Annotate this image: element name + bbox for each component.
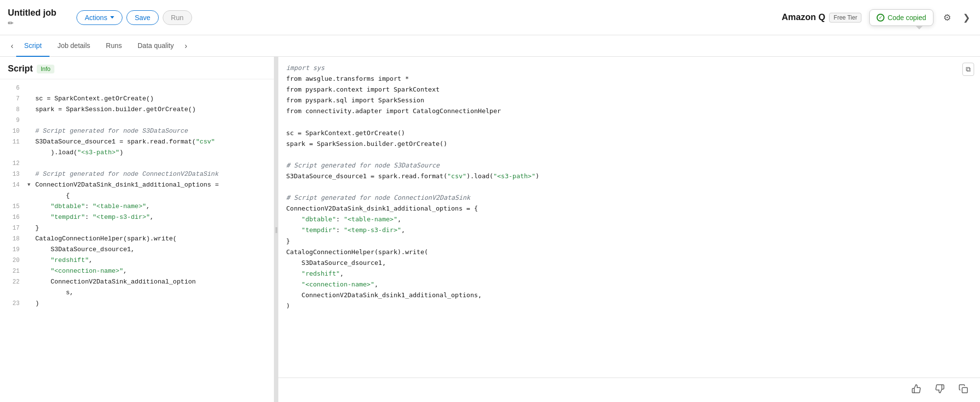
- amazon-q-title: Amazon Q: [782, 12, 825, 23]
- expand-icon[interactable]: ❯: [961, 10, 972, 25]
- code-line: 12: [0, 159, 274, 169]
- script-header: Script Info: [0, 57, 274, 79]
- svg-rect-0: [962, 388, 968, 393]
- code-copied-text: Code copied: [887, 14, 926, 22]
- code-line: 21 "<connection-name>",: [0, 266, 274, 277]
- code-line: s,: [0, 288, 274, 299]
- code-editor[interactable]: 6 7 sc = SparkContext.getOrCreate() 8 sp…: [0, 79, 274, 402]
- amazon-q-area: Amazon Q Free Tier: [782, 12, 861, 23]
- left-panel: Script Info 6 7 sc = SparkContext.getOrC…: [0, 57, 274, 402]
- code-line: ).load("<s3-path>"): [0, 148, 274, 159]
- q-code-area[interactable]: ⧉ import sys from awsglue.transforms imp…: [278, 57, 980, 378]
- right-panel: ⧉ import sys from awsglue.transforms imp…: [278, 57, 980, 402]
- settings-icon[interactable]: ⚙: [941, 10, 953, 25]
- tab-job-details[interactable]: Job details: [49, 35, 98, 57]
- thumbs-up-button[interactable]: [907, 382, 925, 398]
- code-line: 7 sc = SparkContext.getOrCreate(): [0, 94, 274, 105]
- tabs-next-button[interactable]: ›: [182, 42, 190, 50]
- job-title: Untitled job: [8, 8, 67, 18]
- q-footer: [278, 378, 980, 402]
- tab-data-quality[interactable]: Data quality: [130, 35, 182, 57]
- q-code-content: import sys from awsglue.transforms impor…: [286, 63, 972, 311]
- tab-script[interactable]: Script: [16, 35, 49, 57]
- free-tier-badge: Free Tier: [829, 13, 861, 23]
- header-actions: Actions Save Run: [76, 10, 192, 25]
- save-button[interactable]: Save: [126, 10, 159, 25]
- info-badge[interactable]: Info: [37, 65, 54, 73]
- script-panel-title: Script: [8, 64, 33, 74]
- chevron-down-icon: [110, 16, 114, 19]
- code-line: 13 # Script generated for node Connectio…: [0, 169, 274, 180]
- code-line: 10 # Script generated for node S3DataSou…: [0, 126, 274, 137]
- code-line: 20 "redshift",: [0, 256, 274, 266]
- job-title-area: Untitled job ✏: [8, 8, 67, 27]
- code-line: 16 "tempdir": "<temp-s3-dir>",: [0, 213, 274, 223]
- code-line: 6: [0, 83, 274, 94]
- copy-footer-button[interactable]: [955, 382, 972, 398]
- tabs-prev-button[interactable]: ‹: [8, 42, 16, 50]
- code-line: 15 "dbtable": "<table-name>",: [0, 202, 274, 213]
- check-circle-icon: ✓: [877, 14, 884, 22]
- code-line: 23 ): [0, 299, 274, 309]
- code-line: 14 ▼ ConnectionV2DataSink_dsink1_additio…: [0, 180, 274, 191]
- actions-button[interactable]: Actions: [76, 10, 122, 25]
- run-button[interactable]: Run: [163, 10, 192, 25]
- code-line: 17 }: [0, 223, 274, 234]
- tabs-row: ‹ Script Job details Runs Data quality ›: [0, 35, 980, 57]
- copy-icon-area: ⧉: [962, 63, 974, 76]
- right-header-area: Amazon Q Free Tier ✓ Code copied ⚙ ❯: [782, 9, 972, 26]
- thumbs-down-button[interactable]: [931, 382, 949, 398]
- code-copied-popup: ✓ Code copied: [869, 9, 933, 26]
- edit-icon[interactable]: ✏: [8, 19, 67, 27]
- code-line: 11 S3DataSource_dsource1 = spark.read.fo…: [0, 137, 274, 148]
- tab-runs[interactable]: Runs: [98, 35, 130, 57]
- code-line: 22 ConnectionV2DataSink_additional_optio…: [0, 277, 274, 288]
- main-content: Script Info 6 7 sc = SparkContext.getOrC…: [0, 57, 980, 402]
- code-line: {: [0, 191, 274, 202]
- panel-divider[interactable]: [274, 57, 278, 402]
- top-header: Untitled job ✏ Actions Save Run Amazon Q…: [0, 0, 980, 35]
- code-line: 8 spark = SparkSession.builder.getOrCrea…: [0, 105, 274, 116]
- code-line: 19 S3DataSource_dsource1,: [0, 245, 274, 256]
- copy-code-button[interactable]: ⧉: [962, 63, 974, 76]
- code-line: 9: [0, 116, 274, 126]
- code-line: 18 CatalogConnectionHelper(spark).write(: [0, 234, 274, 245]
- actions-label: Actions: [85, 14, 107, 22]
